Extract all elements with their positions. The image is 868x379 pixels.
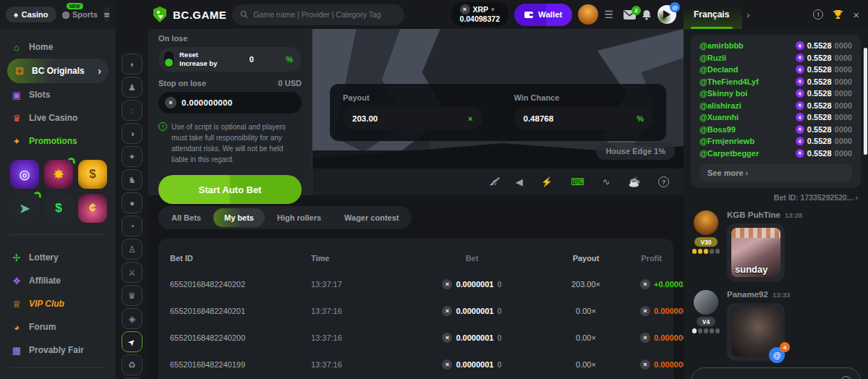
- sidebar-item[interactable]: ❖ Affiliate: [0, 269, 116, 292]
- chat-message-input[interactable]: [691, 367, 861, 379]
- promo-rocket[interactable]: ➤: [10, 194, 39, 223]
- chat-language-tab[interactable]: Français: [684, 0, 742, 29]
- message-username[interactable]: Paname92: [727, 290, 768, 299]
- bets-tab[interactable]: All Bets: [161, 208, 212, 227]
- chat-rules-icon[interactable]: !: [813, 9, 823, 20]
- game-icon-fire[interactable]: ◗: [122, 54, 142, 74]
- game-icon-ring[interactable]: ♛: [122, 285, 142, 306]
- bets-tab[interactable]: My bets: [213, 208, 265, 227]
- music-off-icon[interactable]: ♫: [490, 176, 498, 187]
- bet-row[interactable]: 65520168482240201 13:37:16 × 0.00000010 …: [170, 297, 662, 324]
- casino-toggle[interactable]: ♠ Casino: [6, 7, 56, 22]
- game-icon-crash[interactable]: ➤: [122, 331, 142, 352]
- rain-row[interactable]: @TheFiend4Lyf ¢ 0.55280000: [699, 76, 852, 88]
- trends-icon[interactable]: ∿: [603, 176, 610, 187]
- chat-scrollbar[interactable]: [864, 48, 867, 155]
- rain-bet-id-link[interactable]: Bet ID: 17335292520... ›: [684, 188, 868, 205]
- payout-clear-button[interactable]: ×: [468, 114, 472, 123]
- mode-labels[interactable]: Reset Increase by: [179, 51, 217, 68]
- rain-username[interactable]: @Skinny boi: [699, 89, 747, 98]
- avatar[interactable]: [694, 210, 718, 235]
- currency-selector[interactable]: × XRP ▾ 0.04098372: [451, 2, 509, 26]
- rain-row[interactable]: @Decland ¢ 0.55280000: [699, 64, 852, 76]
- see-more-button[interactable]: See more ›: [699, 164, 852, 182]
- sidebar-item[interactable]: ▣ Slots: [0, 83, 116, 106]
- close-icon[interactable]: ×: [853, 9, 859, 21]
- rain-row[interactable]: @Skinny boi ¢ 0.55280000: [699, 88, 852, 100]
- emoji-icon[interactable]: [841, 376, 851, 379]
- mention-button[interactable]: @ 4: [769, 347, 785, 363]
- sidebar-item[interactable]: ✦ Promotions: [0, 129, 116, 153]
- rain-username[interactable]: @alishirazi: [699, 101, 741, 110]
- seeds-icon[interactable]: ☕: [629, 176, 640, 187]
- win-chance-input[interactable]: 0.48768 %: [514, 107, 654, 129]
- rain-row[interactable]: @Xuannhi ¢ 0.55280000: [699, 111, 852, 124]
- rain-username[interactable]: @Carpetbegger: [699, 149, 759, 158]
- game-icon-crown[interactable]: ♟: [122, 77, 142, 98]
- game-icon-gems[interactable]: ♻: [122, 354, 142, 375]
- notifications-bell-icon[interactable]: [642, 9, 652, 20]
- game-icon-crab[interactable]: ♞: [122, 169, 142, 190]
- sidebar-collapse-button[interactable]: ≡: [103, 7, 110, 22]
- game-icon-coins[interactable]: ✦: [122, 146, 142, 167]
- promo-piggy-bank[interactable]: $: [78, 160, 107, 189]
- hotkeys-icon[interactable]: ⌨: [571, 176, 584, 187]
- bets-tab[interactable]: High rollers: [266, 208, 332, 227]
- trophy-icon[interactable]: [833, 9, 843, 20]
- game-icon-grenade[interactable]: ♙: [122, 239, 142, 260]
- game-icon-cards[interactable]: ◔: [122, 216, 142, 237]
- promo-cash-tag[interactable]: $: [44, 194, 73, 223]
- bets-tab[interactable]: Wager contest: [333, 208, 409, 227]
- message-image[interactable]: sunday: [727, 223, 785, 281]
- help-icon[interactable]: ?: [658, 176, 669, 187]
- sound-icon[interactable]: ◀: [516, 176, 523, 187]
- wallet-button[interactable]: Wallet: [514, 4, 572, 26]
- turbo-icon[interactable]: ⚡: [541, 176, 553, 187]
- payout-input[interactable]: 203.00 ×: [343, 107, 482, 129]
- rain-row[interactable]: @Carpetbegger ¢ 0.55280000: [699, 148, 852, 160]
- rain-username[interactable]: @Xuannhi: [699, 113, 739, 122]
- game-icon-target[interactable]: ◌: [122, 100, 142, 121]
- game-icon-sword[interactable]: ⚔: [122, 262, 142, 283]
- promo-lucky-wheel[interactable]: ✸: [44, 160, 73, 189]
- rain-row[interactable]: @amirbbbb ¢ 0.55280000: [699, 40, 852, 52]
- bet-row[interactable]: 65520168482240200 13:37:16 × 0.00000010 …: [170, 324, 662, 351]
- promo-dart-spin[interactable]: ◎: [10, 160, 39, 189]
- rain-row[interactable]: @Frmjenriewb ¢ 0.55280000: [699, 135, 852, 148]
- rain-username[interactable]: @amirbbbb: [699, 41, 744, 50]
- rain-username[interactable]: @Frmjenriewb: [699, 137, 754, 145]
- sidebar-item[interactable]: ⌂ Home: [0, 35, 116, 59]
- bc-game-logo[interactable]: BC.GAME: [151, 6, 226, 23]
- rain-username[interactable]: @Decland: [699, 65, 739, 74]
- search-input[interactable]: [253, 10, 396, 19]
- sidebar-item[interactable]: ♛ Live Casino: [0, 106, 116, 129]
- profile-menu-icon[interactable]: ☰: [604, 9, 613, 20]
- message-username[interactable]: KGB PuhTine: [727, 210, 780, 219]
- rain-row[interactable]: @alishirazi ¢ 0.55280000: [699, 100, 852, 112]
- game-icon-hat[interactable]: ◈: [122, 308, 142, 329]
- game-icon-bomb[interactable]: ●: [122, 192, 142, 213]
- mail-icon[interactable]: 2: [624, 10, 636, 20]
- avatar[interactable]: [694, 290, 718, 315]
- sidebar-item[interactable]: ▦ Provably Fair: [0, 338, 116, 362]
- sidebar-item[interactable]: ⚃ BC Originals ›: [7, 59, 109, 83]
- rain-username[interactable]: @Ruzli: [699, 54, 726, 62]
- rain-row[interactable]: @Ruzli ¢ 0.55280000: [699, 52, 852, 64]
- reset-increase-toggle[interactable]: [164, 51, 174, 67]
- sidebar-item[interactable]: ✢ Lottery: [0, 246, 116, 269]
- rain-username[interactable]: @Boss99: [699, 125, 736, 134]
- sports-toggle[interactable]: NEW ◍ Sports: [62, 9, 98, 20]
- avatar[interactable]: [578, 4, 598, 25]
- chat-toggle-icon[interactable]: @: [658, 5, 676, 24]
- sidebar-item[interactable]: ♕ VIP Club: [0, 292, 116, 315]
- sidebar-item[interactable]: ◕ Forum: [0, 315, 116, 338]
- bet-row[interactable]: 65520168482240199 13:37:16 × 0.00000010 …: [170, 351, 662, 378]
- promo-coin-drop[interactable]: ¢: [78, 194, 107, 223]
- increase-value-input[interactable]: 0: [223, 55, 280, 64]
- game-icon-eggs[interactable]: ◑: [122, 123, 142, 144]
- bet-row[interactable]: 65520168482240202 13:37:17 × 0.00000010 …: [170, 271, 662, 297]
- chevron-right-icon[interactable]: ›: [746, 9, 749, 20]
- stop-on-lose-input[interactable]: × 0.000000000: [158, 92, 302, 114]
- rain-row[interactable]: @Boss99 ¢ 0.55280000: [699, 124, 852, 136]
- rain-username[interactable]: @TheFiend4Lyf: [699, 77, 759, 86]
